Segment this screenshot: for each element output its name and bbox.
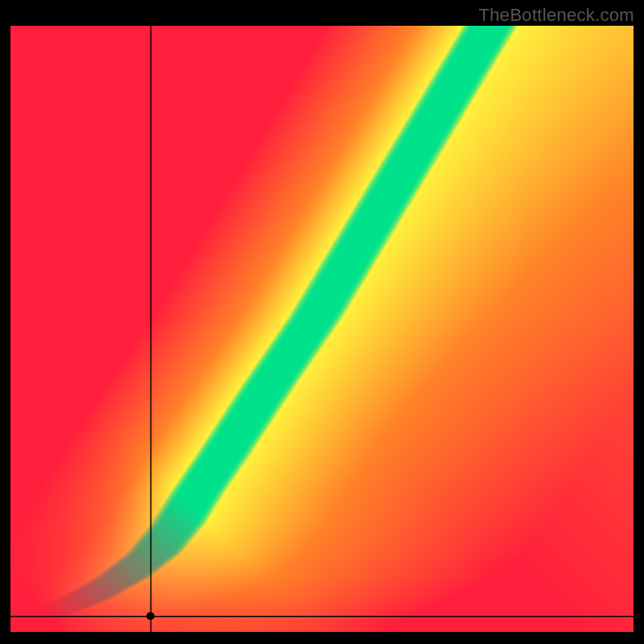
heatmap-canvas [10,26,634,632]
watermark-label: TheBottleneck.com [479,5,634,26]
chart-container: TheBottleneck.com [0,0,644,644]
